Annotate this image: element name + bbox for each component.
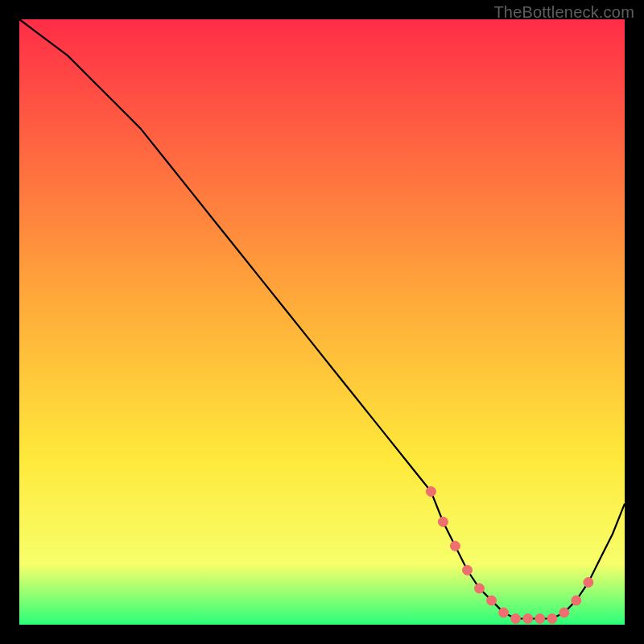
marker-dot	[438, 517, 448, 526]
bottleneck-chart	[0, 0, 644, 644]
plot-background	[19, 19, 625, 625]
marker-dot	[559, 608, 569, 617]
marker-dot	[475, 584, 485, 593]
marker-dot	[426, 487, 436, 497]
marker-dot	[499, 608, 509, 617]
marker-dot	[523, 614, 533, 624]
marker-dot	[487, 596, 497, 605]
marker-dot	[584, 577, 593, 587]
chart-stage: TheBottleneck.com	[0, 0, 644, 644]
marker-dot	[572, 596, 581, 605]
marker-dot	[463, 565, 473, 575]
marker-dot	[535, 614, 545, 624]
marker-dot	[511, 614, 521, 624]
marker-dot	[547, 614, 557, 624]
watermark-text: TheBottleneck.com	[493, 3, 634, 22]
marker-dot	[450, 541, 460, 551]
